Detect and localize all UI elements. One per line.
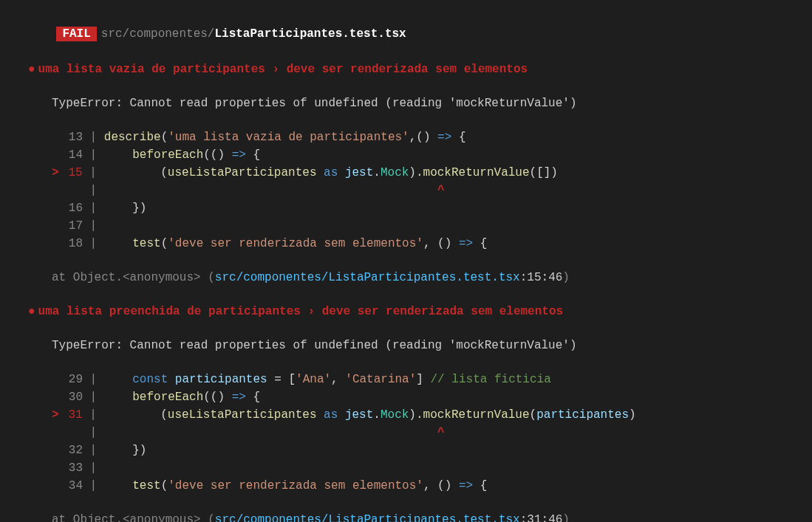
line-number: 14 bbox=[52, 146, 83, 164]
gutter-pipe: | bbox=[83, 408, 104, 422]
line-number: 17 bbox=[52, 217, 83, 235]
stack-suffix: ) bbox=[562, 271, 570, 284]
code-token bbox=[168, 373, 175, 386]
code-token: (() bbox=[203, 148, 231, 162]
test-file-header: FAILsrc/componentes/ListaParticipantes.t… bbox=[0, 7, 812, 61]
code-token bbox=[338, 166, 345, 179]
gutter-pipe: | bbox=[83, 131, 104, 144]
code-line: 13 | describe('uma lista vazia de partic… bbox=[52, 128, 812, 146]
code-token: as bbox=[324, 408, 338, 422]
code-token: { bbox=[451, 131, 465, 144]
code-line: >31 | (useListaParticipantes as jest.Moc… bbox=[52, 406, 812, 424]
file-path-prefix: src/componentes/ bbox=[101, 27, 215, 41]
code-token: ). bbox=[409, 408, 423, 422]
test-title-text: uma lista vazia de participantes › deve … bbox=[38, 63, 528, 76]
test-failure-title: ●uma lista preenchida de participantes ›… bbox=[0, 303, 812, 320]
code-token: 'deve ser renderizada sem elementos' bbox=[168, 479, 423, 492]
code-token: ) bbox=[629, 408, 636, 422]
line-number: 29 bbox=[52, 371, 83, 388]
active-line-chevron-icon: > bbox=[52, 408, 59, 422]
code-caret-line: | ^ bbox=[52, 182, 812, 199]
gutter-pipe: | bbox=[83, 444, 104, 457]
code-token: beforeEach bbox=[132, 391, 203, 404]
code-token: 'Catarina' bbox=[345, 373, 416, 386]
code-token: 'Ana' bbox=[296, 373, 331, 386]
code-token: participantes bbox=[536, 408, 629, 422]
code-token: const bbox=[132, 373, 168, 386]
code-token: ( bbox=[103, 166, 167, 179]
error-message: TypeError: Cannot read properties of und… bbox=[52, 95, 812, 112]
line-number: 30 bbox=[52, 388, 83, 406]
active-line-chevron-icon: > bbox=[52, 166, 59, 179]
code-token: ([]) bbox=[530, 166, 558, 179]
code-token: beforeEach bbox=[132, 148, 203, 162]
stack-file-link[interactable]: src/componentes/ListaParticipantes.test.… bbox=[215, 271, 520, 284]
code-token: jest bbox=[345, 166, 373, 179]
code-token: Mock bbox=[381, 408, 409, 422]
code-token: // lista ficticia bbox=[431, 373, 551, 386]
stack-prefix: at Object.<anonymous> ( bbox=[52, 271, 215, 284]
code-token: }) bbox=[104, 202, 147, 215]
line-number: 18 bbox=[52, 235, 83, 253]
code-token: test bbox=[132, 237, 160, 250]
code-token: , () bbox=[423, 237, 459, 250]
code-line: 16 | }) bbox=[52, 199, 812, 217]
code-token: mockReturnValue bbox=[423, 166, 530, 179]
code-token: ( bbox=[161, 479, 168, 492]
code-token bbox=[316, 166, 324, 179]
stack-trace: at Object.<anonymous> (src/componentes/L… bbox=[52, 269, 812, 286]
stack-trace: at Object.<anonymous> (src/componentes/L… bbox=[52, 511, 812, 522]
test-failure-title: ●uma lista vazia de participantes › deve… bbox=[0, 61, 812, 78]
code-token: ( bbox=[103, 408, 167, 422]
gutter-pipe: | bbox=[83, 373, 104, 386]
gutter-pipe: | bbox=[83, 219, 104, 233]
code-token: ( bbox=[161, 131, 168, 144]
code-token: = [ bbox=[267, 373, 296, 386]
code-token: => bbox=[459, 479, 473, 492]
gutter-pipe: | bbox=[83, 148, 104, 162]
code-token bbox=[104, 148, 132, 162]
line-number: 34 bbox=[52, 477, 83, 495]
code-token: useListaParticipantes bbox=[168, 408, 317, 422]
code-token: ( bbox=[530, 408, 537, 422]
code-line: 34 | test('deve ser renderizada sem elem… bbox=[52, 477, 812, 495]
code-line: 18 | test('deve ser renderizada sem elem… bbox=[52, 235, 812, 253]
code-line: 32 | }) bbox=[52, 442, 812, 459]
terminal-output[interactable]: FAILsrc/componentes/ListaParticipantes.t… bbox=[0, 7, 812, 522]
code-token: ( bbox=[161, 237, 168, 250]
code-line: 17 | bbox=[52, 217, 812, 235]
code-token: { bbox=[246, 391, 260, 404]
code-token: ). bbox=[409, 166, 423, 179]
code-token bbox=[316, 408, 324, 422]
fail-badge: FAIL bbox=[56, 27, 96, 41]
code-token bbox=[104, 391, 132, 404]
code-line: 30 | beforeEach(() => { bbox=[52, 388, 812, 406]
code-token: => bbox=[459, 237, 473, 250]
code-token: { bbox=[473, 479, 487, 492]
code-token: 'deve ser renderizada sem elementos' bbox=[168, 237, 423, 250]
stack-location: :31:46 bbox=[520, 513, 563, 522]
code-token: . bbox=[373, 408, 381, 422]
bullet-icon: ● bbox=[28, 305, 35, 318]
code-token: { bbox=[473, 237, 487, 250]
stack-suffix: ) bbox=[562, 513, 570, 522]
gutter-pipe: | bbox=[83, 391, 104, 404]
code-token: ,() bbox=[409, 131, 437, 144]
code-line: 33 | bbox=[52, 459, 812, 477]
test-title-text: uma lista preenchida de participantes › … bbox=[38, 305, 564, 318]
code-token: 'uma lista vazia de participantes' bbox=[168, 131, 409, 144]
code-line: 14 | beforeEach(() => { bbox=[52, 146, 812, 164]
code-line: 29 | const participantes = ['Ana', 'Cata… bbox=[52, 371, 812, 388]
gutter-pipe: | bbox=[83, 461, 104, 475]
code-token: as bbox=[324, 166, 338, 179]
code-token: . bbox=[373, 166, 381, 179]
gutter-pipe: | bbox=[83, 237, 104, 250]
code-token: mockReturnValue bbox=[423, 408, 530, 422]
code-token: => bbox=[232, 148, 246, 162]
code-token: ] bbox=[416, 373, 430, 386]
code-token: test bbox=[132, 479, 160, 492]
error-message: TypeError: Cannot read properties of und… bbox=[52, 337, 812, 354]
stack-file-link[interactable]: src/componentes/ListaParticipantes.test.… bbox=[215, 513, 520, 522]
code-token: => bbox=[437, 131, 451, 144]
code-token: => bbox=[232, 391, 246, 404]
